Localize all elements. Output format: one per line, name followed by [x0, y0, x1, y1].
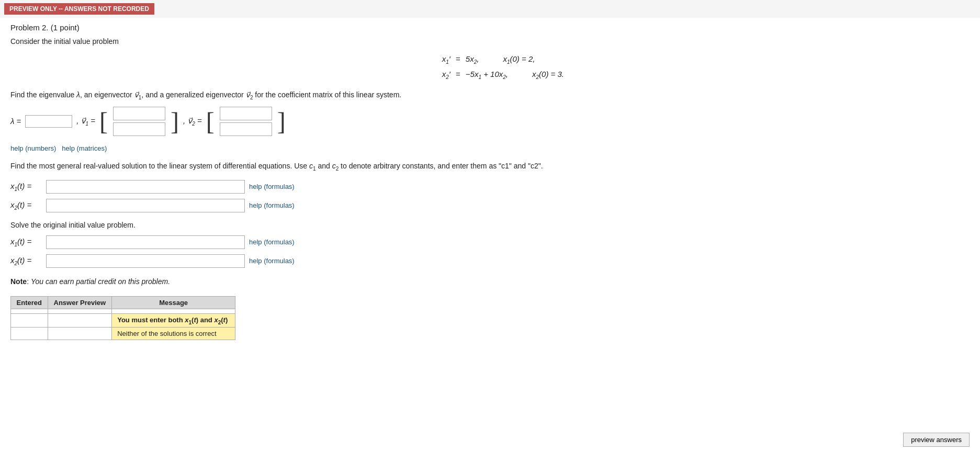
- x1-ivp-input[interactable]: [46, 235, 245, 249]
- find-text: Find the eigenvalue λ, an eigenvector v⃗…: [10, 91, 970, 100]
- help-matrices-link[interactable]: help (matrices): [62, 144, 107, 152]
- x2-ivp-label: x2(t) =: [10, 256, 42, 266]
- eq-x2-lhs: x2′: [442, 67, 450, 82]
- preview-btn-container: preview answers: [903, 433, 970, 447]
- row2-entered: [11, 313, 48, 328]
- help-numbers-link[interactable]: help (numbers): [10, 144, 56, 152]
- eq-x1-rhs: 5x2,: [466, 52, 479, 67]
- x1-ivp-row: x1(t) = help (formulas): [10, 235, 970, 249]
- x2-ivp-row: x2(t) = help (formulas): [10, 254, 970, 268]
- eq-x2-sign: =: [454, 67, 463, 82]
- x1-general-input[interactable]: [46, 180, 245, 194]
- col-entered-header: Entered: [11, 296, 48, 309]
- v2-bracket-left: [: [206, 109, 215, 134]
- x2-general-input[interactable]: [46, 199, 245, 212]
- problem-title: Problem 2. (1 point): [10, 23, 970, 32]
- v2-label: , v⃗2 =: [183, 116, 202, 127]
- x1-general-label: x1(t) =: [10, 182, 42, 192]
- table-row: [11, 309, 235, 313]
- row1-message: [112, 309, 235, 313]
- row1-preview: [48, 309, 112, 313]
- lambda-label: λ =: [10, 117, 21, 126]
- x2-general-row: x2(t) = help (formulas): [10, 199, 970, 212]
- eq-x1-lhs: x1′: [442, 52, 450, 67]
- v2-bracket-right: ]: [277, 109, 286, 134]
- help-formulas-x2-ivp-link[interactable]: help (formulas): [249, 257, 295, 265]
- preview-answers-button[interactable]: preview answers: [903, 433, 970, 447]
- eq-x1-ic: x1(0) = 2,: [503, 52, 535, 67]
- eq-x2-rhs: −5x1 + 10x2,: [466, 67, 508, 82]
- v2-matrix-inputs: [220, 107, 272, 136]
- problem-number: Problem 2.: [10, 23, 49, 32]
- problem-description: Consider the initial value problem: [10, 37, 970, 46]
- x2-general-label: x2(t) =: [10, 200, 42, 211]
- x1-ivp-label: x1(t) =: [10, 237, 42, 247]
- solve-ivp-text: Solve the original initial value problem…: [10, 221, 970, 229]
- row3-message: Neither of the solutions is correct: [112, 328, 235, 340]
- col-message-header: Message: [112, 296, 235, 309]
- table-row: You must enter both x1(t) and x2(t): [11, 313, 235, 328]
- row2-message: You must enter both x1(t) and x2(t): [112, 313, 235, 328]
- row3-preview: [48, 328, 112, 340]
- lambda-input[interactable]: [25, 115, 72, 128]
- v1-bracket-left: [: [99, 109, 108, 134]
- help-formulas-x2-link[interactable]: help (formulas): [249, 201, 295, 209]
- note-text: Note: You can earn partial credit on thi…: [10, 277, 970, 286]
- problem-points: (1 point): [51, 23, 80, 32]
- results-table: Entered Answer Preview Message You must …: [10, 296, 235, 341]
- table-row: Neither of the solutions is correct: [11, 328, 235, 340]
- general-solution-text: Find the most general real-valued soluti…: [10, 161, 970, 173]
- v1-input-bottom[interactable]: [113, 122, 165, 136]
- row2-preview: [48, 313, 112, 328]
- v1-input-top[interactable]: [113, 107, 165, 120]
- v2-input-top[interactable]: [220, 107, 272, 120]
- v2-input-bottom[interactable]: [220, 122, 272, 136]
- help-formulas-x1-ivp-link[interactable]: help (formulas): [249, 238, 295, 246]
- v1-matrix-inputs: [113, 107, 165, 136]
- v1-bracket-right: ]: [171, 109, 179, 134]
- equation-system: x1′ = 5x2, x1(0) = 2, x2′ = −5x1 + 10x2,…: [10, 52, 970, 82]
- row3-entered: [11, 328, 48, 340]
- row1-entered: [11, 309, 48, 313]
- x1-general-row: x1(t) = help (formulas): [10, 180, 970, 194]
- v1-label: , v⃗1 =: [76, 116, 95, 127]
- preview-banner: PREVIEW ONLY -- ANSWERS NOT RECORDED: [4, 3, 154, 15]
- eq-x1-sign: =: [454, 52, 463, 67]
- eigenvalue-row: λ = , v⃗1 = [ ] , v⃗2 = [ ]: [10, 107, 970, 136]
- help-formulas-x1-link[interactable]: help (formulas): [249, 183, 295, 190]
- eq-x2-ic: x2(0) = 3.: [532, 67, 564, 82]
- help-links: help (numbers) help (matrices): [10, 144, 970, 152]
- x2-ivp-input[interactable]: [46, 254, 245, 268]
- col-preview-header: Answer Preview: [48, 296, 112, 309]
